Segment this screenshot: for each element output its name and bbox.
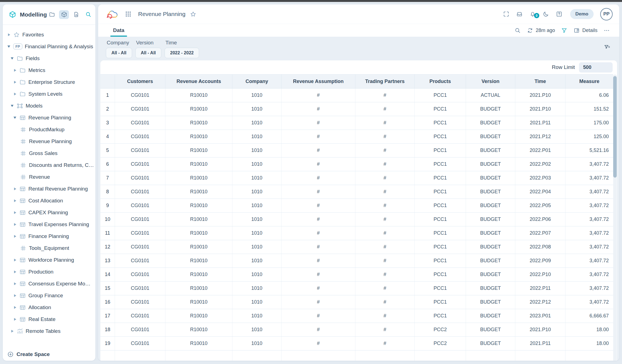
sidebar-item-group-finance[interactable]: Group Finance [3,290,95,301]
chevron-right-icon[interactable] [13,294,19,297]
chevron-down-icon[interactable] [7,46,13,48]
cell-time [515,350,565,361]
row-index: 9 [100,199,115,212]
folder-icon[interactable] [47,10,57,19]
sidebar-item-real-estate[interactable]: Real Estate [3,313,95,325]
sidebar-item-consensus-expense-mo[interactable]: Consensus Expense Mo… [3,278,95,290]
vertical-scrollbar[interactable] [613,74,617,361]
tab-data[interactable]: Data [110,24,127,37]
filter-list-icon[interactable] [604,44,610,50]
chevron-right-icon[interactable] [7,33,13,36]
row-index: 8 [100,185,115,199]
chevron-right-icon[interactable] [13,93,19,95]
row-index: 11 [100,226,115,240]
refresh-button[interactable]: 28m ago [527,27,555,34]
sidebar-item-label: Travel Expenses Planning [28,221,89,228]
scrollbar-thumb[interactable] [613,76,617,178]
chevron-right-icon[interactable] [13,235,19,238]
cell-company: 1010 [232,309,281,323]
sidebar-item-financial-planning-analysis[interactable]: FPFinancial Planning & Analysis [3,41,95,52]
column-header-revenue-accounts[interactable]: Revenue Accounts [165,74,232,88]
chevron-right-icon[interactable] [13,199,19,202]
column-header-revenue-assumption[interactable]: Revenue Assumption [281,74,355,88]
column-header-trading-partners[interactable]: Trading Partners [355,74,414,88]
filter-chip-time[interactable]: 2022 - 2022 [165,48,199,58]
cube-icon[interactable] [59,10,69,19]
column-header-time[interactable]: Time [515,74,565,88]
chevron-right-icon[interactable] [13,282,19,285]
column-header-company[interactable]: Company [232,74,281,88]
sidebar-item-metrics[interactable]: Metrics [3,64,95,76]
sidebar-item-travel-expenses-planning[interactable]: Travel Expenses Planning [3,218,95,230]
filter-chip-version[interactable]: All - All [135,48,162,58]
sidebar-item-gross-sales[interactable]: Gross Sales [3,147,95,159]
sidebar-item-favorites[interactable]: Favorites [3,29,95,41]
favorite-star-icon[interactable] [190,11,196,17]
sidebar-item-discounts-and-returns-c[interactable]: Discounts and Returns, C… [3,159,95,171]
column-header-measure[interactable]: Measure [565,74,613,88]
details-button[interactable]: Details [573,27,597,34]
chevron-right-icon[interactable] [13,318,19,321]
sidebar-item-revenue-planning[interactable]: Revenue Planning [3,112,95,124]
bell-icon[interactable]: 0 [529,11,536,17]
sidebar-item-tools-equipment[interactable]: Tools_Equipment [3,242,95,254]
refresh-label: 28m ago [536,28,555,33]
frame-icon [20,162,26,168]
dark-mode-icon[interactable] [543,11,549,17]
table-row: 1CG0101R100101010##PCC1ACTUAL2021.P106.0… [100,89,613,102]
sidebar-item-capex-planning[interactable]: CAPEX Planning [3,207,95,218]
cell-customers: CG0101 [115,282,165,295]
chevron-right-icon[interactable] [13,271,19,273]
sidebar-item-cost-allocation[interactable]: Cost Allocation [3,195,95,207]
fullscreen-icon[interactable] [503,11,510,17]
sidebar-item-enterprise-structure[interactable]: Enterprise Structure [3,76,95,88]
chevron-down-icon[interactable] [10,105,17,107]
chevron-right-icon[interactable] [13,81,19,84]
create-space-button[interactable]: Create Space [3,348,95,361]
sidebar-item-allocation[interactable]: Allocation [3,301,95,313]
cell-company: 1010 [232,144,281,157]
chevron-down-icon[interactable] [13,117,19,119]
column-header-products[interactable]: Products [414,74,466,88]
search-icon[interactable] [514,27,521,34]
apps-grid-icon[interactable] [125,11,132,17]
search-icon[interactable] [83,10,93,19]
sidebar-item-finance-planning[interactable]: Finance Planning [3,230,95,242]
sidebar-title: Modelling [20,11,47,18]
sidebar-item-fields[interactable]: Fields [3,52,95,64]
filter-funnel-icon[interactable] [561,27,567,34]
column-header-customers[interactable]: Customers [115,74,165,88]
chevron-right-icon[interactable] [13,188,19,190]
help-icon[interactable] [556,11,562,17]
table-icon [19,114,26,121]
sidebar-item-production[interactable]: Production [3,266,95,278]
chevron-right-icon[interactable] [13,306,19,309]
column-header-version[interactable]: Version [466,74,515,88]
sidebar-item-models[interactable]: Models [3,100,95,112]
sidebar-item-system-levels[interactable]: System Levels [3,88,95,100]
row-limit-input[interactable] [579,62,613,73]
chevron-right-icon[interactable] [13,259,19,261]
chevron-right-icon[interactable] [13,69,19,72]
chevron-down-icon[interactable] [10,57,17,60]
cell-company: 1010 [232,295,281,309]
chart-icon [17,328,23,334]
column-header-row-index[interactable] [100,74,115,88]
filter-chip-company[interactable]: All - All [106,48,132,58]
sidebar-item-workforce-planning[interactable]: Workforce Planning [3,254,95,266]
chevron-right-icon[interactable] [13,211,19,214]
models-icon [17,103,23,109]
sidebar-item-remote-tables[interactable]: Remote Tables [3,325,95,337]
chevron-right-icon[interactable] [10,330,17,333]
avatar[interactable]: PP [600,8,613,20]
chevron-right-icon[interactable] [13,223,19,226]
inbox-icon[interactable] [516,11,523,17]
table-icon [19,257,26,263]
sidebar-item-revenue-planning[interactable]: Revenue Planning [3,135,95,147]
sidebar-item-revenue[interactable]: Revenue [3,171,95,183]
cell-revenue-assumption: # [281,144,355,157]
sidebar-item-rental-revenue-planning[interactable]: Rental Revenue Planning [3,183,95,195]
report-icon[interactable] [71,10,81,19]
more-icon[interactable] [604,27,610,34]
sidebar-item-productmarkup[interactable]: ProductMarkup [3,124,95,135]
